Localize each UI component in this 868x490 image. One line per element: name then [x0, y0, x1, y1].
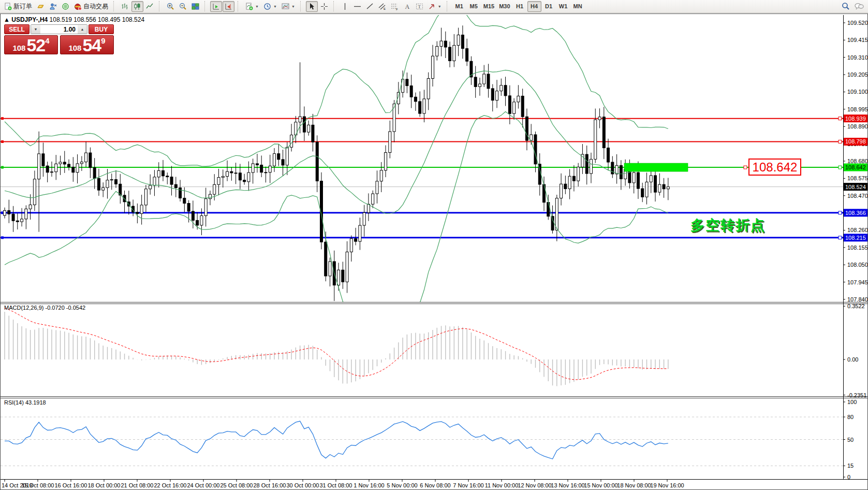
toolbar-separator	[238, 1, 241, 11]
trader-person-icon	[49, 3, 57, 10]
trendline-tool-button[interactable]	[364, 1, 376, 12]
svg-text:19 Nov 16:00: 19 Nov 16:00	[650, 482, 684, 488]
svg-text:108.680: 108.680	[847, 158, 867, 164]
svg-text:80: 80	[847, 414, 854, 420]
toolbar-separator	[447, 1, 450, 11]
timeframe-D1[interactable]: D1	[542, 1, 556, 12]
svg-text:108.050: 108.050	[847, 262, 867, 268]
autotrading-button[interactable]: 自动交易	[72, 1, 110, 12]
fibonacci-tool-button[interactable]: F	[389, 1, 401, 12]
timeframe-M5[interactable]: M5	[467, 1, 481, 12]
svg-text:108.939: 108.939	[845, 116, 866, 122]
zoom-in-icon	[167, 3, 174, 10]
svg-text:0.00: 0.00	[847, 356, 858, 363]
zoom-out-button[interactable]	[177, 1, 189, 12]
svg-text:24 Oct 00:00: 24 Oct 00:00	[187, 482, 220, 488]
channel-tool-button[interactable]: E	[376, 1, 388, 12]
chart-shift-icon	[225, 3, 232, 10]
vertical-line-icon	[341, 3, 349, 10]
timeframe-M30[interactable]: M30	[497, 1, 512, 12]
vertical-line-tool-button[interactable]	[339, 1, 351, 12]
svg-text:15 Oct 08:00: 15 Oct 08:00	[22, 482, 54, 488]
svg-text:F: F	[396, 7, 398, 10]
dropdown-arrow-icon: ▼	[291, 5, 295, 8]
templates-button[interactable]: ▼	[279, 1, 297, 12]
timeframe-MN[interactable]: MN	[571, 1, 585, 12]
volume-increase-button[interactable]: ▲	[78, 25, 87, 34]
timeframe-H4[interactable]: H4	[527, 1, 541, 12]
svg-text:108.366: 108.366	[845, 210, 866, 216]
timeframe-M1[interactable]: M1	[452, 1, 466, 12]
highlight-zone	[624, 163, 688, 171]
buy-button[interactable]: BUY	[89, 24, 114, 34]
horizontal-line-tool-button[interactable]	[351, 1, 363, 12]
search-button[interactable]	[840, 1, 852, 12]
svg-text:1 Nov 16:00: 1 Nov 16:00	[354, 482, 384, 488]
text-tool-button[interactable]: A	[401, 1, 413, 12]
buy-price-prefix: 108	[68, 43, 81, 53]
toolbar-separator	[113, 1, 117, 11]
volume-value[interactable]: 1.00	[40, 25, 78, 34]
zoom-out-icon	[179, 3, 187, 10]
svg-text:25 Oct 08:00: 25 Oct 08:00	[220, 482, 253, 488]
zoom-in-button[interactable]	[165, 1, 176, 12]
svg-text:-0.2351: -0.2351	[847, 392, 866, 398]
volume-decrease-button[interactable]: ▼	[31, 25, 40, 34]
svg-text:108.995: 108.995	[847, 106, 867, 112]
trendline-icon	[366, 3, 374, 10]
timeframe-M15[interactable]: M15	[481, 1, 496, 12]
market-gold-button[interactable]	[35, 1, 47, 12]
indicators-button[interactable]: ▼	[243, 1, 261, 12]
svg-text:109.310: 109.310	[847, 54, 867, 61]
tile-windows-button[interactable]	[189, 1, 201, 12]
timeframe-W1[interactable]: W1	[556, 1, 570, 12]
text-label-tool-button[interactable]: T	[414, 1, 425, 12]
arrows-tool-button[interactable]: ▼	[426, 1, 444, 12]
svg-text:31 Oct 08:00: 31 Oct 08:00	[320, 482, 352, 488]
autotrading-icon	[74, 3, 82, 10]
template-icon	[282, 3, 289, 10]
svg-text:T: T	[418, 4, 421, 9]
signal-button[interactable]	[60, 1, 71, 12]
timeframe-H1[interactable]: H1	[513, 1, 527, 12]
svg-text:107.840: 107.840	[847, 296, 867, 302]
sell-price-sup: 4	[45, 37, 49, 45]
crosshair-icon	[320, 3, 328, 10]
svg-text:13 Nov 16:00: 13 Nov 16:00	[551, 482, 584, 488]
buy-price-tile[interactable]: 108 54 9	[60, 35, 114, 54]
chart-shift-button[interactable]	[223, 1, 234, 12]
svg-text:6 Nov 08:00: 6 Nov 08:00	[420, 482, 450, 488]
svg-text:108.575: 108.575	[847, 175, 867, 181]
horizontal-line-icon	[354, 3, 361, 10]
svg-text:15: 15	[847, 463, 854, 469]
svg-text:A: A	[405, 3, 409, 10]
sell-price-tile[interactable]: 108 52 4	[4, 35, 58, 54]
buy-price-sup: 9	[101, 37, 105, 45]
dropdown-arrow-icon: ▼	[273, 5, 277, 8]
trader-button[interactable]	[47, 1, 59, 12]
sell-button[interactable]: SELL	[4, 24, 30, 34]
bar-chart-button[interactable]	[119, 1, 131, 12]
svg-text:109.205: 109.205	[847, 71, 867, 78]
auto-scroll-button[interactable]	[210, 1, 222, 12]
new-order-button[interactable]: 新订单	[2, 1, 34, 12]
cursor-button[interactable]	[306, 1, 318, 12]
toolbar-separator	[333, 1, 337, 11]
line-chart-button[interactable]	[144, 1, 156, 12]
search-icon	[842, 2, 850, 10]
periods-button[interactable]: ▼	[261, 1, 279, 12]
svg-text:108.215: 108.215	[845, 235, 866, 241]
crosshair-button[interactable]	[318, 1, 330, 12]
svg-text:7 Nov 16:00: 7 Nov 16:00	[453, 482, 483, 488]
svg-text:0.3522: 0.3522	[847, 303, 865, 309]
chart-canvas[interactable]: 109.520109.415109.310109.205109.100108.9…	[1, 14, 867, 488]
cursor-arrow-icon	[308, 3, 316, 10]
candlestick-chart-button[interactable]	[131, 1, 143, 12]
new-order-label: 新订单	[13, 2, 32, 11]
chat-button[interactable]	[852, 1, 866, 12]
svg-text:18 Nov 08:00: 18 Nov 08:00	[617, 482, 651, 488]
svg-text:108.524: 108.524	[845, 184, 866, 190]
clock-icon	[263, 3, 271, 10]
timeframe-toolbar: M1M5M15M30H1H4D1W1MN	[452, 1, 585, 12]
svg-text:108.890: 108.890	[847, 123, 867, 129]
